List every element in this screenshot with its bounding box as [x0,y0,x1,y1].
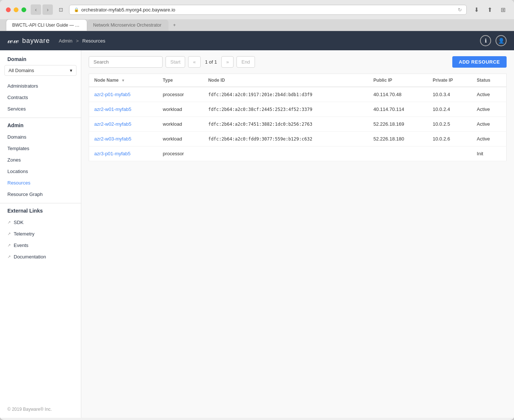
main-content: Start « 1 of 1 » End ADD RESOURCE Node N… [81,50,514,418]
sidebar-item-resources[interactable]: Resources [0,177,81,189]
table-row: azr2-w02-myfab5workloadfdfc:2b64:a2c0:74… [89,117,507,132]
cell-type: workload [158,132,203,146]
sidebar-item-contracts[interactable]: Contracts [0,92,81,103]
sidebar-item-documentation[interactable]: ↗ Documentation [0,251,81,262]
domain-dropdown-label: All Domains [8,68,34,73]
sidebar-item-locations[interactable]: Locations [0,166,81,177]
add-resource-button[interactable]: ADD RESOURCE [452,56,507,68]
table-body: azr2-p01-myfab5processorfdfc:2b64:a2c0:1… [89,87,507,161]
sidebar-item-sdk-label: SDK [14,220,24,225]
cell-node-id [203,146,368,161]
cell-node-id: fdfc:2b64:a2c0:38cf:2445:2523:4f52:3379 [203,102,368,117]
cell-node-name[interactable]: azr3-p01-myfab5 [89,146,158,161]
app-logo: 𝓌𝓌 bayware [7,36,50,45]
sidebar-item-services-label: Services [7,106,26,112]
sidebar-item-services[interactable]: Services [0,103,81,115]
reload-icon[interactable]: ↻ [458,7,462,13]
search-input[interactable] [89,56,163,68]
cell-status: Active [472,117,506,132]
cell-node-id: fdfc:2b64:a2c0:7451:3882:1dc0:b256:2763 [203,117,368,132]
node-name-link[interactable]: azr3-p01-myfab5 [94,151,130,156]
sidebar-item-domains[interactable]: Domains [0,131,81,143]
maximize-button[interactable] [21,7,26,12]
sidebar-item-resource-graph-label: Resource Graph [7,192,42,197]
prev-button[interactable]: « [188,56,200,68]
domain-section-title: Domain [0,56,81,65]
sidebar-item-telemetry[interactable]: ↗ Telemetry [0,228,81,240]
external-link-icon-docs: ↗ [7,254,11,259]
cell-node-name[interactable]: azr2-p01-myfab5 [89,87,158,102]
toolbar: Start « 1 of 1 » End ADD RESOURCE [81,50,514,74]
cell-node-id: fdfc:2b64:a2c0:1917:201e:2b4d:bdb1:d3f9 [203,87,368,102]
sort-arrow-node-name: ▼ [121,78,125,82]
node-name-link[interactable]: azr2-w01-myfab5 [94,106,131,112]
sidebar-item-domains-label: Domains [7,134,26,140]
cell-node-name[interactable]: azr2-w03-myfab5 [89,132,158,146]
cell-status: Active [472,102,506,117]
tab-1[interactable]: BWCTL-API CLI User Guide — Bayware docum… [6,19,87,31]
cell-public-ip: 40.114.70.114 [368,102,428,117]
node-name-link[interactable]: azr2-w02-myfab5 [94,121,131,127]
cell-public-ip: 52.226.18.169 [368,117,428,132]
sidebar-item-events-label: Events [14,243,28,248]
sidebar-item-administrators[interactable]: Administrators [0,80,81,92]
cell-private-ip: 10.0.2.6 [428,132,472,146]
sidebar-item-zones[interactable]: Zones [0,154,81,166]
sidebar-item-events[interactable]: ↗ Events [0,240,81,251]
user-button[interactable]: 👤 [496,35,507,46]
start-button[interactable]: Start [166,56,185,68]
sidebar-item-templates[interactable]: Templates [0,143,81,154]
cell-public-ip [368,146,428,161]
end-button[interactable]: End [236,56,255,68]
domain-dropdown[interactable]: All Domains ▾ [4,65,76,76]
cell-private-ip: 10.0.3.4 [428,87,472,102]
download-button[interactable]: ⬇ [471,4,481,15]
domain-section: Domain All Domains ▾ Administrators Cont… [0,50,81,118]
col-node-name[interactable]: Node Name ▼ [89,74,158,87]
tab-2[interactable]: Network Microservice Orchestrator [87,20,169,31]
resources-table-container: Node Name ▼ Type Node ID Public IP Priva… [81,74,514,418]
next-button[interactable]: » [221,56,234,68]
sidebar-item-resource-graph[interactable]: Resource Graph [0,189,81,200]
back-button[interactable]: ‹ [31,4,41,15]
breadcrumb-admin[interactable]: Admin [59,38,72,44]
chevron-down-icon: ▾ [70,68,72,73]
minimize-button[interactable] [14,7,18,12]
cell-node-name[interactable]: azr2-w02-myfab5 [89,117,158,132]
share-button[interactable]: ⬆ [484,4,495,15]
cell-node-name[interactable]: azr2-w01-myfab5 [89,102,158,117]
tab-1-label: BWCTL-API CLI User Guide — Bayware docum… [12,23,81,28]
new-tab-button[interactable]: ⊞ [498,4,508,15]
sidebar-toggle-button[interactable]: ⊡ [56,4,66,15]
cell-public-ip: 40.114.70.48 [368,87,428,102]
node-name-link[interactable]: azr2-p01-myfab5 [94,92,130,97]
table-row: azr2-p01-myfab5processorfdfc:2b64:a2c0:1… [89,87,507,102]
breadcrumb: Admin > Resources [59,38,480,44]
cell-node-id: fdfc:2b64:a2c0:fdd9:3077:559e:b129:c632 [203,132,368,146]
col-private-ip: Private IP [428,74,472,87]
cell-status: Active [472,132,506,146]
info-button[interactable]: ℹ [480,35,491,46]
sidebar-item-templates-label: Templates [7,146,29,151]
lock-icon: 🔒 [74,7,79,12]
table-row: azr2-w03-myfab5workloadfdfc:2b64:a2c0:fd… [89,132,507,146]
sidebar-footer: © 2019 Bayware® Inc. [0,401,81,418]
sidebar-item-sdk[interactable]: ↗ SDK [0,217,81,228]
sidebar-item-zones-label: Zones [7,157,21,163]
app-header: 𝓌𝓌 bayware Admin > Resources ℹ 👤 [0,31,514,50]
cell-private-ip: 10.0.2.4 [428,102,472,117]
external-link-icon-sdk: ↗ [7,220,11,225]
close-button[interactable] [6,7,11,12]
col-status: Status [472,74,506,87]
node-name-link[interactable]: azr2-w03-myfab5 [94,136,131,142]
address-bar[interactable]: 🔒 orchestrator-myfab5.myorg4.poc.bayware… [69,5,467,15]
forward-button[interactable]: › [42,4,53,15]
sidebar: Domain All Domains ▾ Administrators Cont… [0,50,81,418]
sidebar-item-telemetry-label: Telemetry [14,231,34,237]
cell-status: Init [472,146,506,161]
sidebar-item-resources-label: Resources [7,180,30,186]
cell-type: workload [158,102,203,117]
new-tab-plus-button[interactable]: + [170,21,179,30]
sidebar-item-locations-label: Locations [7,169,28,174]
external-link-icon-telemetry: ↗ [7,231,11,236]
